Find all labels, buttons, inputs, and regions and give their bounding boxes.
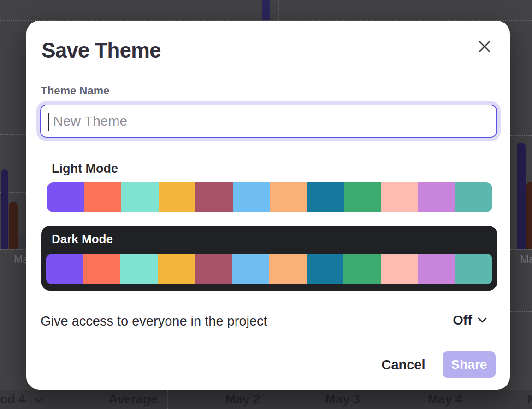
chevron-down-icon bbox=[34, 397, 44, 403]
light-mode-palette[interactable] bbox=[47, 182, 492, 212]
text-cursor bbox=[48, 113, 49, 131]
palette-swatch-6 bbox=[270, 182, 307, 212]
palette-swatch-8 bbox=[343, 254, 381, 284]
palette-swatch-5 bbox=[233, 182, 270, 212]
dialog-title: Save Theme bbox=[41, 38, 160, 63]
palette-swatch-0 bbox=[47, 182, 84, 212]
palette-swatch-6 bbox=[269, 254, 307, 284]
palette-swatch-9 bbox=[381, 254, 418, 284]
axis-tick-average: Average bbox=[109, 392, 158, 407]
chart-bar bbox=[9, 202, 18, 249]
palette-swatch-7 bbox=[307, 254, 344, 284]
palette-swatch-1 bbox=[84, 182, 122, 212]
axis-tick-partial: M bbox=[527, 392, 532, 407]
cancel-button[interactable]: Cancel bbox=[380, 354, 426, 375]
chart-bar bbox=[526, 182, 532, 249]
access-value: Off bbox=[453, 313, 472, 328]
axis-label: Ma bbox=[520, 253, 532, 266]
gridline bbox=[167, 390, 168, 409]
palette-swatch-10 bbox=[418, 182, 455, 212]
theme-name-label: Theme Name bbox=[41, 84, 109, 97]
gridline bbox=[0, 134, 26, 135]
chart-bar bbox=[262, 0, 270, 20]
gridline bbox=[278, 0, 279, 20]
palette-swatch-3 bbox=[159, 182, 196, 212]
chevron-down-icon bbox=[478, 317, 487, 323]
access-label: Give access to everyone in the project bbox=[41, 314, 267, 329]
chart-bar bbox=[18, 236, 26, 249]
axis-tick-may2: May 2 bbox=[225, 392, 260, 407]
period-label: od 4 bbox=[0, 392, 26, 406]
palette-swatch-5 bbox=[232, 254, 269, 284]
period-selector[interactable]: od 4 bbox=[0, 392, 44, 407]
palette-swatch-2 bbox=[120, 254, 158, 284]
dark-mode-palette[interactable] bbox=[46, 254, 492, 284]
palette-swatch-8 bbox=[344, 182, 381, 212]
access-dropdown[interactable]: Off bbox=[453, 313, 487, 328]
light-mode-label: Light Mode bbox=[52, 162, 118, 176]
palette-swatch-7 bbox=[307, 182, 344, 212]
palette-swatch-11 bbox=[455, 254, 492, 284]
chart-x-axis: od 4 Average May 2 May 3 May 4 M bbox=[0, 390, 532, 409]
chart-bar bbox=[517, 143, 526, 249]
axis-baseline bbox=[0, 249, 26, 250]
gridline bbox=[510, 135, 532, 136]
palette-swatch-11 bbox=[455, 182, 493, 212]
save-theme-dialog: Save Theme Theme Name Light Mode Dark Mo… bbox=[26, 21, 510, 390]
dark-mode-label: Dark Mode bbox=[52, 232, 113, 246]
palette-swatch-0 bbox=[46, 254, 83, 284]
palette-swatch-4 bbox=[195, 254, 232, 284]
theme-name-input[interactable] bbox=[41, 105, 496, 137]
palette-swatch-10 bbox=[418, 254, 455, 284]
chart-bar bbox=[1, 169, 8, 249]
axis-baseline bbox=[510, 249, 532, 250]
share-button[interactable]: Share bbox=[443, 351, 496, 378]
palette-swatch-2 bbox=[121, 182, 159, 212]
palette-swatch-4 bbox=[195, 182, 233, 212]
axis-tick-may4: May 4 bbox=[428, 392, 462, 407]
palette-swatch-3 bbox=[158, 254, 195, 284]
palette-swatch-9 bbox=[381, 182, 419, 212]
gridline bbox=[510, 311, 532, 312]
close-button[interactable] bbox=[474, 36, 495, 57]
theme-name-field-focus-ring bbox=[36, 101, 501, 141]
close-icon bbox=[479, 41, 491, 53]
palette-swatch-1 bbox=[83, 254, 121, 284]
dark-mode-card: Dark Mode bbox=[41, 226, 497, 291]
axis-tick-may3: May 3 bbox=[325, 392, 360, 407]
